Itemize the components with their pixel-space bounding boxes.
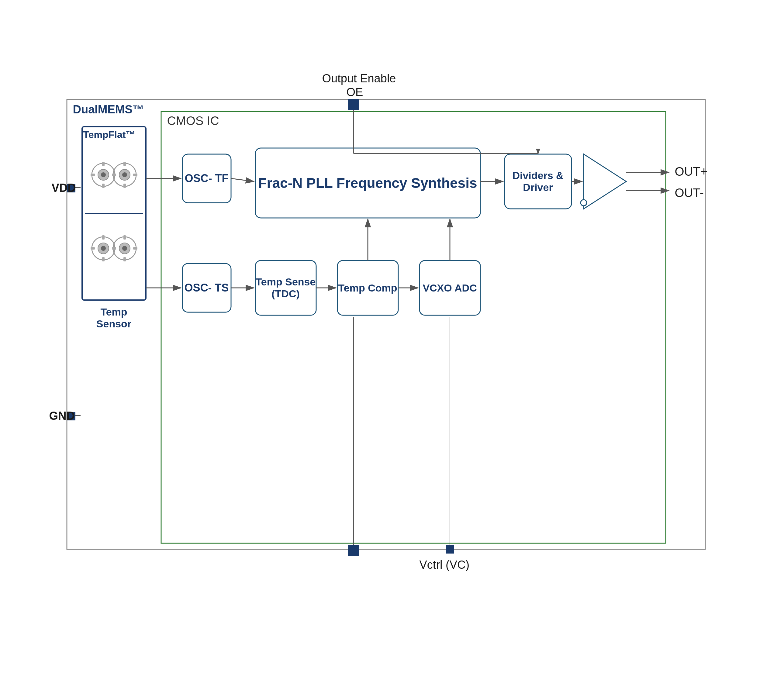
svg-rect-65 [123, 235, 126, 239]
svg-rect-44 [102, 162, 104, 166]
svg-point-57 [101, 246, 106, 251]
svg-rect-52 [123, 183, 126, 188]
svg-rect-60 [90, 247, 95, 250]
gnd-label: GND [49, 409, 75, 423]
dualmems-label: DualMEMS™ [73, 103, 144, 116]
svg-point-50 [122, 173, 127, 177]
svg-rect-45 [102, 183, 104, 188]
svg-rect-67 [112, 247, 116, 250]
svg-rect-58 [102, 235, 104, 239]
tempflat-label: TempFlat™ [83, 129, 135, 140]
vdd-label: VDD [52, 182, 76, 194]
cmos-ic-label: CMOS IC [167, 114, 219, 127]
svg-rect-31 [348, 545, 359, 556]
osc-tf-label: OSC- TF [182, 154, 231, 203]
vctrl-label: Vctrl (VC) [420, 558, 470, 572]
mems-bottom-gears [85, 218, 143, 279]
vcxo-adc-label: VCXO ADC [420, 261, 480, 315]
oe-label: OE [347, 86, 363, 99]
temp-sense-label: Temp Sense (TDC) [255, 261, 316, 315]
out-plus-label: OUT+ [675, 165, 708, 179]
svg-marker-13 [584, 154, 626, 209]
svg-point-64 [122, 246, 127, 251]
frac-n-pll-label: Frac-N PLL Frequency Synthesis [255, 148, 480, 218]
svg-rect-40 [446, 545, 454, 553]
svg-point-43 [101, 173, 106, 177]
dividers-driver-label: Dividers & Driver [505, 154, 571, 209]
svg-rect-59 [102, 257, 104, 261]
osc-ts-label: OSC- TS [182, 264, 231, 312]
svg-point-14 [581, 200, 587, 206]
svg-rect-68 [133, 247, 137, 250]
diagram-container: DualMEMS™ CMOS IC TempFlat™ [42, 33, 742, 640]
mems-top-gears [85, 145, 143, 205]
svg-rect-54 [133, 174, 137, 176]
temp-comp-label: Temp Comp [338, 261, 398, 315]
out-minus-label: OUT- [675, 186, 704, 200]
svg-line-17 [231, 179, 254, 182]
svg-rect-51 [123, 162, 126, 166]
svg-rect-66 [123, 257, 126, 261]
svg-rect-29 [348, 99, 359, 110]
svg-rect-46 [90, 174, 95, 176]
output-enable-label: Output Enable [322, 72, 396, 85]
temp-sensor-label: Temp Sensor [82, 306, 146, 330]
svg-rect-53 [112, 174, 116, 176]
